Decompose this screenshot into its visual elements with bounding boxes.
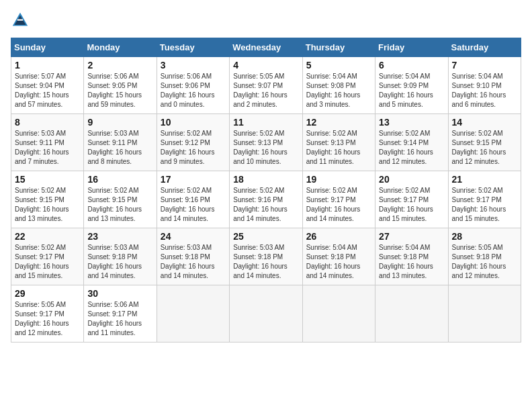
calendar-cell: 28 Sunrise: 5:05 AMSunset: 9:18 PMDaylig… xyxy=(448,228,521,285)
calendar-cell: 26 Sunrise: 5:04 AMSunset: 9:18 PMDaylig… xyxy=(302,228,375,285)
cell-info: Sunrise: 5:04 AMSunset: 9:18 PMDaylight:… xyxy=(379,243,444,281)
calendar-cell: 1 Sunrise: 5:07 AMSunset: 9:04 PMDayligh… xyxy=(11,57,84,114)
cell-info: Sunrise: 5:02 AMSunset: 9:14 PMDaylight:… xyxy=(379,129,444,167)
cell-info: Sunrise: 5:02 AMSunset: 9:17 PMDaylight:… xyxy=(379,186,444,224)
cell-info: Sunrise: 5:03 AMSunset: 9:18 PMDaylight:… xyxy=(161,243,226,281)
cell-info: Sunrise: 5:02 AMSunset: 9:17 PMDaylight:… xyxy=(306,186,371,224)
day-number: 27 xyxy=(379,231,444,242)
calendar-cell: 2 Sunrise: 5:06 AMSunset: 9:05 PMDayligh… xyxy=(84,57,157,114)
calendar-cell xyxy=(375,285,448,342)
day-number: 15 xyxy=(15,174,80,185)
calendar-cell xyxy=(157,285,229,342)
day-number: 14 xyxy=(452,117,517,128)
day-number: 5 xyxy=(306,60,371,71)
calendar-cell: 15 Sunrise: 5:02 AMSunset: 9:15 PMDaylig… xyxy=(11,171,84,228)
calendar-cell: 25 Sunrise: 5:03 AMSunset: 9:18 PMDaylig… xyxy=(230,228,302,285)
cell-info: Sunrise: 5:05 AMSunset: 9:18 PMDaylight:… xyxy=(452,243,517,281)
calendar-cell: 29 Sunrise: 5:05 AMSunset: 9:17 PMDaylig… xyxy=(11,285,84,342)
cell-info: Sunrise: 5:04 AMSunset: 9:08 PMDaylight:… xyxy=(306,72,371,109)
day-number: 2 xyxy=(87,60,152,71)
calendar-cell: 17 Sunrise: 5:02 AMSunset: 9:16 PMDaylig… xyxy=(157,171,229,228)
col-header-wednesday: Wednesday xyxy=(230,38,302,57)
day-number: 6 xyxy=(379,60,444,71)
calendar-cell: 4 Sunrise: 5:05 AMSunset: 9:07 PMDayligh… xyxy=(230,57,302,114)
calendar-cell: 9 Sunrise: 5:03 AMSunset: 9:11 PMDayligh… xyxy=(84,114,157,171)
day-number: 11 xyxy=(233,117,298,128)
week-row-4: 22 Sunrise: 5:02 AMSunset: 9:17 PMDaylig… xyxy=(11,228,521,285)
calendar-cell: 22 Sunrise: 5:02 AMSunset: 9:17 PMDaylig… xyxy=(11,228,84,285)
cell-info: Sunrise: 5:03 AMSunset: 9:18 PMDaylight:… xyxy=(233,243,298,281)
cell-info: Sunrise: 5:06 AMSunset: 9:17 PMDaylight:… xyxy=(87,300,152,338)
day-number: 19 xyxy=(306,174,371,185)
week-row-2: 8 Sunrise: 5:03 AMSunset: 9:11 PMDayligh… xyxy=(11,114,521,171)
cell-info: Sunrise: 5:02 AMSunset: 9:13 PMDaylight:… xyxy=(306,129,371,167)
day-number: 7 xyxy=(452,60,517,71)
calendar-cell: 19 Sunrise: 5:02 AMSunset: 9:17 PMDaylig… xyxy=(302,171,375,228)
day-number: 29 xyxy=(15,288,80,299)
week-row-3: 15 Sunrise: 5:02 AMSunset: 9:15 PMDaylig… xyxy=(11,171,521,228)
calendar-cell: 16 Sunrise: 5:02 AMSunset: 9:15 PMDaylig… xyxy=(84,171,157,228)
calendar-cell: 20 Sunrise: 5:02 AMSunset: 9:17 PMDaylig… xyxy=(375,171,448,228)
cell-info: Sunrise: 5:06 AMSunset: 9:05 PMDaylight:… xyxy=(87,72,152,109)
logo-icon xyxy=(11,11,30,30)
day-number: 20 xyxy=(379,174,444,185)
calendar-cell: 14 Sunrise: 5:02 AMSunset: 9:15 PMDaylig… xyxy=(448,114,521,171)
calendar-cell: 7 Sunrise: 5:04 AMSunset: 9:10 PMDayligh… xyxy=(448,57,521,114)
cell-info: Sunrise: 5:04 AMSunset: 9:09 PMDaylight:… xyxy=(379,72,444,109)
calendar-cell: 23 Sunrise: 5:03 AMSunset: 9:18 PMDaylig… xyxy=(84,228,157,285)
page-header xyxy=(11,11,521,30)
calendar-table: SundayMondayTuesdayWednesdayThursdayFrid… xyxy=(11,38,521,342)
calendar-cell: 30 Sunrise: 5:06 AMSunset: 9:17 PMDaylig… xyxy=(84,285,157,342)
col-header-sunday: Sunday xyxy=(11,38,84,57)
day-number: 18 xyxy=(233,174,298,185)
col-header-monday: Monday xyxy=(84,38,157,57)
calendar-cell: 5 Sunrise: 5:04 AMSunset: 9:08 PMDayligh… xyxy=(302,57,375,114)
day-number: 9 xyxy=(87,117,152,128)
cell-info: Sunrise: 5:04 AMSunset: 9:18 PMDaylight:… xyxy=(306,243,371,281)
col-header-saturday: Saturday xyxy=(448,38,521,57)
day-number: 22 xyxy=(15,231,80,242)
day-number: 21 xyxy=(452,174,517,185)
week-row-1: 1 Sunrise: 5:07 AMSunset: 9:04 PMDayligh… xyxy=(11,57,521,114)
day-number: 10 xyxy=(161,117,226,128)
day-number: 24 xyxy=(161,231,226,242)
day-number: 16 xyxy=(87,174,152,185)
calendar-cell: 21 Sunrise: 5:02 AMSunset: 9:17 PMDaylig… xyxy=(448,171,521,228)
calendar-cell: 13 Sunrise: 5:02 AMSunset: 9:14 PMDaylig… xyxy=(375,114,448,171)
day-number: 30 xyxy=(87,288,152,299)
cell-info: Sunrise: 5:02 AMSunset: 9:12 PMDaylight:… xyxy=(161,129,226,167)
col-header-tuesday: Tuesday xyxy=(157,38,229,57)
day-number: 12 xyxy=(306,117,371,128)
cell-info: Sunrise: 5:02 AMSunset: 9:16 PMDaylight:… xyxy=(161,186,226,224)
cell-info: Sunrise: 5:03 AMSunset: 9:11 PMDaylight:… xyxy=(15,129,80,167)
calendar-cell: 10 Sunrise: 5:02 AMSunset: 9:12 PMDaylig… xyxy=(157,114,229,171)
calendar-cell: 18 Sunrise: 5:02 AMSunset: 9:16 PMDaylig… xyxy=(230,171,302,228)
week-row-5: 29 Sunrise: 5:05 AMSunset: 9:17 PMDaylig… xyxy=(11,285,521,342)
col-header-thursday: Thursday xyxy=(302,38,375,57)
calendar-cell: 24 Sunrise: 5:03 AMSunset: 9:18 PMDaylig… xyxy=(157,228,229,285)
calendar-cell xyxy=(302,285,375,342)
day-number: 17 xyxy=(161,174,226,185)
calendar-header-row: SundayMondayTuesdayWednesdayThursdayFrid… xyxy=(11,38,521,57)
day-number: 25 xyxy=(233,231,298,242)
calendar-cell: 8 Sunrise: 5:03 AMSunset: 9:11 PMDayligh… xyxy=(11,114,84,171)
cell-info: Sunrise: 5:03 AMSunset: 9:11 PMDaylight:… xyxy=(87,129,152,167)
calendar-cell: 3 Sunrise: 5:06 AMSunset: 9:06 PMDayligh… xyxy=(157,57,229,114)
svg-rect-2 xyxy=(17,19,23,21)
calendar-cell xyxy=(448,285,521,342)
cell-info: Sunrise: 5:03 AMSunset: 9:18 PMDaylight:… xyxy=(87,243,152,281)
day-number: 4 xyxy=(233,60,298,71)
cell-info: Sunrise: 5:02 AMSunset: 9:15 PMDaylight:… xyxy=(87,186,152,224)
cell-info: Sunrise: 5:05 AMSunset: 9:17 PMDaylight:… xyxy=(15,300,80,338)
day-number: 13 xyxy=(379,117,444,128)
calendar-cell: 12 Sunrise: 5:02 AMSunset: 9:13 PMDaylig… xyxy=(302,114,375,171)
calendar-cell: 6 Sunrise: 5:04 AMSunset: 9:09 PMDayligh… xyxy=(375,57,448,114)
col-header-friday: Friday xyxy=(375,38,448,57)
calendar-cell xyxy=(230,285,302,342)
cell-info: Sunrise: 5:02 AMSunset: 9:16 PMDaylight:… xyxy=(233,186,298,224)
cell-info: Sunrise: 5:02 AMSunset: 9:15 PMDaylight:… xyxy=(15,186,80,224)
cell-info: Sunrise: 5:04 AMSunset: 9:10 PMDaylight:… xyxy=(452,72,517,109)
cell-info: Sunrise: 5:02 AMSunset: 9:13 PMDaylight:… xyxy=(233,129,298,167)
cell-info: Sunrise: 5:02 AMSunset: 9:15 PMDaylight:… xyxy=(452,129,517,167)
day-number: 28 xyxy=(452,231,517,242)
